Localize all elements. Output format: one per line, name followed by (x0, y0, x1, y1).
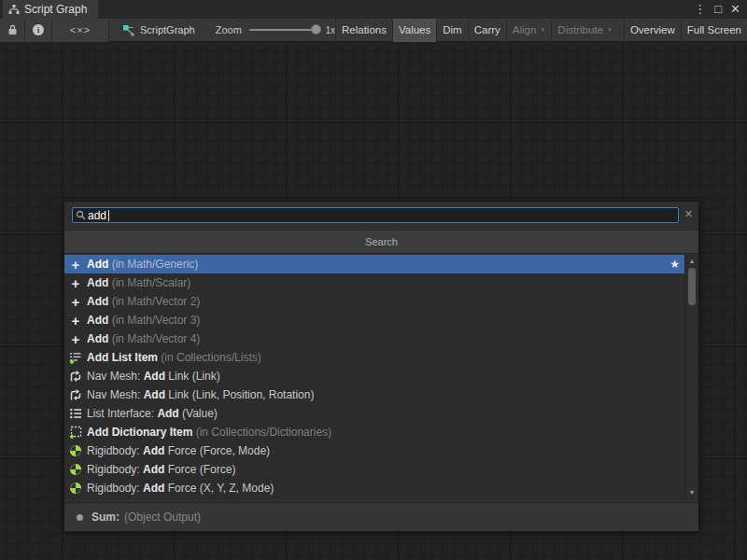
rigidbody-icon (68, 463, 83, 476)
toolbar-button-carry[interactable]: Carry (468, 19, 506, 42)
list-item[interactable]: Nav Mesh: Add Link (Link, Position, Rota… (64, 385, 684, 404)
list-item[interactable]: +Add (in Math/Scalar) (64, 273, 684, 292)
graph-icon (8, 4, 20, 15)
toolbar-button-align[interactable]: Align▼ (506, 19, 552, 42)
info-letter: i (33, 24, 44, 35)
nav-mesh-icon (68, 370, 83, 383)
toolbar-button-overview[interactable]: Overview (624, 19, 681, 42)
dictionary-add-icon (68, 426, 83, 439)
maximize-button[interactable]: □ (714, 3, 722, 16)
list-item[interactable]: +Add (in Math/Vector 4) (64, 329, 684, 348)
list-item-label: Rigidbody: Add Force (Force, Mode) (87, 444, 270, 457)
zoom-label: Zoom (216, 24, 242, 35)
selection-detail-footer: Sum: (Object Output) (64, 502, 698, 531)
list-item[interactable]: Add Dictionary Item (in Collections/Dict… (64, 423, 684, 441)
list-item[interactable]: Rigidbody: Add Force (X, Y, Z, Mode) (64, 479, 684, 497)
graph-toolbar: i<×> ScriptGraph Zoom 1x RelationsValues… (0, 19, 747, 42)
window-title-bar: Script Graph ⋮□✕ (0, 0, 747, 20)
list-interface-icon (68, 407, 83, 420)
list-item-label: Rigidbody: Add Force (X, Y, Z, Mode) (87, 482, 274, 495)
lock-button[interactable] (0, 19, 25, 42)
list-item[interactable]: List Interface: Add (Value) (64, 404, 684, 423)
search-header: Search (64, 230, 698, 254)
toolbar-button-relations[interactable]: Relations (335, 19, 392, 42)
plus-icon: + (68, 314, 83, 327)
list-item-label: Add (in Math/Scalar) (87, 276, 190, 289)
close-icon[interactable]: ✕ (684, 208, 693, 220)
list-add-icon (68, 351, 83, 364)
code-button[interactable]: <×> (52, 19, 109, 42)
list-item-label: Add (in Math/Generic) (87, 258, 198, 271)
toolbar-buttons: RelationsValuesDimCarryAlign▼Distribute▼… (335, 19, 747, 42)
breadcrumb[interactable]: ScriptGraph (122, 24, 195, 36)
close-button[interactable]: ✕ (730, 3, 740, 16)
scrollbar[interactable]: ▲ ▼ (684, 255, 698, 499)
port-dot-icon (77, 514, 83, 521)
footer-node-detail: (Object Output) (124, 511, 201, 524)
info-button[interactable]: i (25, 19, 52, 42)
list-item[interactable]: +Add (in Math/Generic)★ (64, 255, 684, 273)
toolbar-button-label: Align (513, 24, 537, 35)
toolbar-button-label: Distribute (557, 24, 603, 35)
rigidbody-icon (68, 444, 83, 457)
list-item-label: Nav Mesh: Add Link (Link) (87, 370, 220, 383)
list-item[interactable]: +Add (in Math/Vector 2) (64, 292, 684, 311)
nav-mesh-icon (68, 388, 83, 401)
toolbar-button-label: Dim (443, 24, 461, 35)
chevron-down-icon: ▼ (540, 27, 545, 33)
search-row: add ✕ (64, 202, 698, 230)
toolbar-button-label: Relations (342, 24, 387, 35)
script-graph-icon (122, 24, 134, 36)
info-icon: i (33, 24, 44, 35)
list-item[interactable]: Rigidbody: Add Force (Force, Mode) (64, 441, 684, 460)
favorite-star-icon[interactable]: ★ (669, 259, 680, 270)
footer-node-name: Sum: (92, 511, 120, 524)
list-item[interactable]: +Add (in Math/Vector 3) (64, 311, 684, 329)
text-caret (108, 210, 109, 221)
tab-script-graph[interactable]: Script Graph (3, 0, 98, 19)
toolbar-button-full-screen[interactable]: Full Screen (681, 19, 747, 42)
list-item[interactable]: Rigidbody: Add Force (Force) (64, 460, 684, 479)
search-icon (76, 210, 86, 220)
code-icon: <×> (70, 24, 91, 35)
list-item-label: Add (in Math/Vector 4) (87, 332, 200, 345)
list-item-label: Add List Item (in Collections/Lists) (87, 351, 261, 364)
more-options-button[interactable]: ⋮ (694, 3, 706, 16)
breadcrumb-label: ScriptGraph (140, 24, 195, 35)
zoom-slider[interactable] (249, 29, 319, 31)
zoom-value: 1x (325, 25, 335, 35)
list-item-label: Add (in Math/Vector 3) (87, 314, 200, 327)
list-item-label: Nav Mesh: Add Link (Link, Position, Rota… (87, 388, 314, 401)
result-list: +Add (in Math/Generic)★+Add (in Math/Sca… (64, 255, 684, 499)
scroll-up-icon[interactable]: ▲ (685, 257, 698, 266)
plus-icon: + (68, 295, 83, 308)
toolbar-button-distribute[interactable]: Distribute▼ (551, 19, 618, 42)
rigidbody-icon (68, 482, 83, 495)
list-item-label: List Interface: Add (Value) (87, 407, 218, 420)
zoom-slider-handle[interactable] (311, 24, 321, 35)
search-header-label: Search (365, 236, 398, 247)
toolbar-button-dim[interactable]: Dim (436, 19, 467, 42)
toolbar-button-values[interactable]: Values (392, 19, 436, 42)
list-item-label: Add (in Math/Vector 2) (87, 295, 200, 308)
toolbar-button-label: Full Screen (687, 24, 741, 35)
window-controls: ⋮□✕ (694, 3, 747, 16)
list-item-label: Rigidbody: Add Force (Force) (87, 463, 235, 476)
list-item[interactable]: Add List Item (in Collections/Lists) (64, 348, 684, 367)
toolbar-left-tools: i<×> (0, 19, 109, 42)
search-query-text: add (88, 209, 106, 222)
scroll-down-icon[interactable]: ▼ (685, 488, 698, 497)
unity-script-graph-window: Script Graph ⋮□✕ i<×> ScriptGraph Zoom 1… (0, 0, 747, 560)
plus-icon: + (68, 276, 83, 289)
fuzzy-finder-popup: add ✕ Search +Add (in Math/Generic)★+Add… (63, 201, 699, 530)
toolbar-button-label: Overview (630, 24, 675, 35)
plus-icon: + (68, 332, 83, 345)
scrollbar-thumb[interactable] (688, 268, 696, 305)
toolbar-button-label: Carry (474, 24, 500, 35)
toolbar-button-label: Values (399, 24, 430, 35)
lock-icon (7, 24, 18, 35)
list-item[interactable]: Nav Mesh: Add Link (Link) (64, 367, 684, 385)
chevron-down-icon: ▼ (607, 27, 613, 33)
search-input[interactable]: add (72, 207, 679, 223)
list-item-label: Add Dictionary Item (in Collections/Dict… (87, 426, 331, 439)
